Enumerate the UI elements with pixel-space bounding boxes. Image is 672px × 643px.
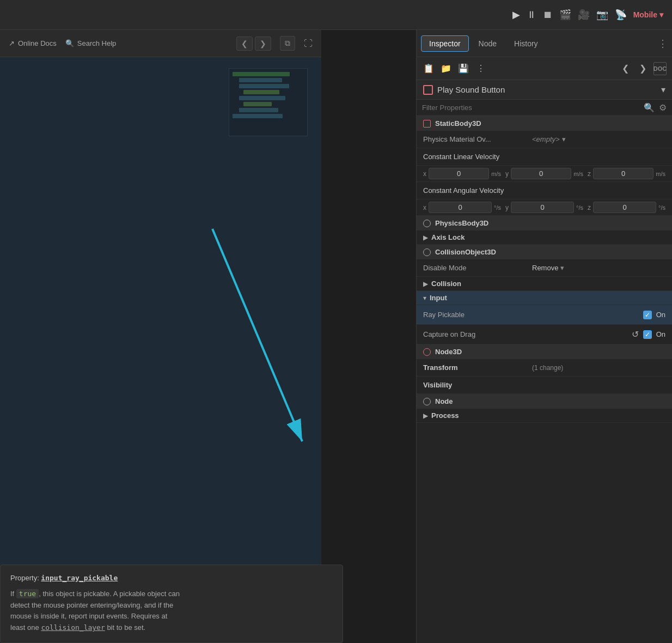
vel-y-unit: m/s [573,171,583,177]
search-help-button[interactable]: 🔍 Search Help [65,39,117,47]
ang-vel-x-unit: °/s [494,204,501,211]
prop-disable-mode: Disable Mode Remove ▾ [417,259,672,277]
inspector-forward-icon[interactable]: ❯ [636,62,649,75]
properties-scroll[interactable]: StaticBody3D Physics Material Ov... <emp… [417,116,672,643]
tab-inspector[interactable]: Inspector [421,35,469,52]
section-collisionobject3d: CollisionObject3D [417,245,672,259]
tooltip-desc-1: If [10,590,16,598]
ang-vel-y-input[interactable] [511,202,574,213]
stop-button[interactable]: ⏹ [543,9,553,21]
disable-mode-text: Remove [532,264,558,272]
ang-vel-x-field: x °/s [423,202,501,213]
capture-on-drag-reset[interactable]: ↺ [632,329,639,339]
pause-button[interactable]: ⏸ [527,9,536,21]
fullscreen-button[interactable]: ⛶ [304,39,313,48]
collapse-process[interactable]: ▶ Process [417,409,672,423]
vel-z-input[interactable] [593,168,653,179]
inspector-tabs: Inspector Node History ⋮ [417,30,672,57]
section-staticbody3d-label: StaticBody3D [435,119,481,128]
ang-vel-z-unit: °/s [658,204,665,211]
nav-arrows: ❮ ❯ [236,37,271,51]
tab-node[interactable]: Node [471,36,504,51]
inspector-panel: Inspector Node History ⋮ 📋 📁 💾 ⋮ ❮ ❯ DOC… [416,30,672,643]
tooltip-collision-code: collision_layer [41,623,105,632]
property-tooltip: Property: input_ray_pickable If true, th… [0,565,343,643]
ray-pickable-label: Ray Pickable [423,311,643,319]
filter-input[interactable] [422,104,639,112]
vel-z-label: z [588,170,591,178]
back-arrow[interactable]: ❮ [236,37,253,51]
prop-visibility: Visibility [417,377,672,394]
prop-transform: Transform (1 change) [417,359,672,377]
linear-vel-label: Constant Linear Velocity [423,153,532,161]
transform-value: (1 change) [532,364,665,372]
disable-mode-arrow: ▾ [560,264,564,272]
vel-x-input[interactable] [429,168,489,179]
ang-vel-z-input[interactable] [593,202,656,213]
node-type-icon [423,85,433,95]
ang-vel-y-label: y [505,204,509,211]
section-node3d: Node3D [417,344,672,359]
doc-icon[interactable]: DOC [653,62,667,75]
section-physicsbody3d: PhysicsBody3D [417,216,672,230]
vel-y-input[interactable] [511,168,571,179]
camera-icon[interactable]: 📷 [596,9,608,21]
section-node: Node [417,394,672,409]
collapse-collision[interactable]: ▶ Collision [417,277,672,291]
physicsbody3d-icon [423,220,431,227]
disable-mode-label: Disable Mode [423,264,532,272]
play-button[interactable]: ▶ [512,9,520,21]
ang-vel-z-field: z °/s [588,202,665,213]
node-dropdown-arrow[interactable]: ▾ [661,84,665,95]
remote-icon[interactable]: 📡 [615,9,627,21]
copy-button[interactable]: ⧉ [280,36,295,51]
save-icon[interactable]: 💾 [457,62,470,75]
online-docs-button[interactable]: ↗ Online Docs [9,39,57,47]
staticbody3d-icon [423,120,431,128]
vel-y-field: y m/s [505,168,583,179]
section-collisionobject3d-label: CollisionObject3D [435,248,496,256]
ang-vel-z-label: z [588,204,591,211]
open-icon[interactable]: 📁 [439,62,453,75]
node3d-icon [423,348,431,356]
process-label: Process [431,411,459,420]
inspector-tabs-more[interactable]: ⋮ [658,38,668,50]
section-staticbody3d: StaticBody3D [417,116,672,131]
vel-z-field: z m/s [588,168,665,179]
capture-on-drag-checkbox[interactable]: ✓ [643,330,652,339]
code-thumbnail [229,68,308,136]
prop-physics-material-value[interactable]: <empty> ▾ [532,135,566,143]
collision-label: Collision [431,280,461,288]
tooltip-desc-3: bit to be set. [105,623,145,632]
node-header: Play Sound Button ▾ [417,80,672,100]
ang-vel-x-input[interactable] [429,202,492,213]
top-toolbar: ▶ ⏸ ⏹ 🎬 🎥 📷 📡 Mobile ▾ [0,0,672,30]
inspector-back-icon[interactable]: ❮ [619,62,632,75]
vel-z-unit: m/s [656,171,665,177]
ray-pickable-checkbox[interactable]: ✓ [643,311,652,319]
mobile-dropdown-arrow: ▾ [659,10,663,19]
movie-icon[interactable]: 🎥 [578,9,590,21]
vel-x-field: x m/s [423,168,501,179]
visibility-label: Visibility [423,381,532,389]
collapse-axis-lock[interactable]: ▶ Axis Lock [417,230,672,245]
new-script-icon[interactable]: 📋 [422,62,435,75]
online-docs-label: Online Docs [18,39,57,47]
ray-pickable-value: On [656,311,665,319]
physics-material-empty: <empty> [532,135,560,143]
linear-velocity-row: x m/s y m/s z m/s [417,166,672,182]
filter-search-icon: 🔍 [644,102,655,113]
input-arrow: ▾ [423,294,426,302]
ang-vel-y-field: y °/s [505,202,583,213]
tab-history[interactable]: History [506,36,546,51]
mobile-button[interactable]: Mobile ▾ [633,10,663,19]
inspector-menu-icon[interactable]: ⋮ [474,62,487,75]
section-physicsbody3d-label: PhysicsBody3D [435,219,488,227]
prop-linear-vel-label: Constant Linear Velocity [417,148,672,166]
section-node3d-label: Node3D [435,348,462,356]
disable-mode-value[interactable]: Remove ▾ [532,264,564,272]
forward-arrow[interactable]: ❯ [255,37,271,51]
collapse-input[interactable]: ▾ Input [417,291,672,305]
render-icon[interactable]: 🎬 [559,9,571,21]
filter-tune-icon[interactable]: ⚙ [659,102,667,113]
